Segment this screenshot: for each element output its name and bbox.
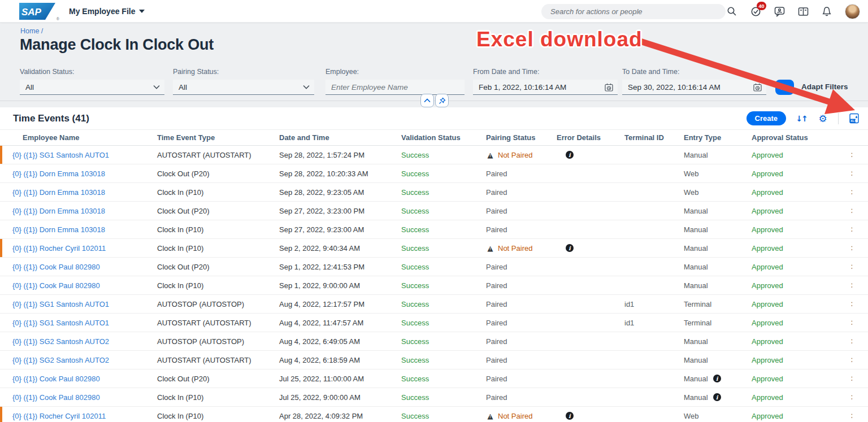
table-header-row: Employee Name Time Event Type Date and T… [0,130,868,146]
pin-header-button[interactable] [435,94,449,107]
date-time-cell: Sep 27, 2022, 3:23:00 PM [271,207,393,215]
page-title: Manage Clock In Clock Out [20,36,214,54]
employee-link[interactable]: {0} ({1}) Cook Paul 802980 [12,393,100,402]
info-icon[interactable]: i [713,393,721,401]
employee-link[interactable]: {0} ({1}) SG2 Santosh AUTO2 [12,337,109,346]
employee-link[interactable]: {0} ({1}) Dorn Emma 103018 [12,169,105,178]
approval-status-cell: Approved [744,244,843,253]
validation-status-cell: Success [393,225,478,234]
employee-link[interactable]: {0} ({1}) SG2 Santosh AUTO2 [12,356,109,364]
employee-label: Employee: [326,68,465,76]
time-event-type-cell: Clock Out (P20) [149,207,271,215]
validation-status-cell: Success [393,356,478,364]
date-time-cell: Sep 2, 2022, 9:40:34 AM [271,244,393,253]
row-delete-button[interactable]: ✕ [850,356,852,364]
validation-status-cell: Success [393,300,478,308]
table-row: {0} ({1}) SG1 Santosh AUTO1AUTOSTART (AU… [0,314,868,332]
settings-gear-icon[interactable]: ⚙ [817,112,829,125]
row-delete-button[interactable]: ✕ [850,263,852,271]
validation-status-cell: Success [393,412,478,420]
bell-icon[interactable] [821,6,832,17]
chevron-down-icon [303,85,310,89]
registered-mark: ® [57,17,59,21]
col-terminal-id: Terminal ID [617,133,676,142]
row-delete-button[interactable]: ✕ [850,169,852,178]
employee-link[interactable]: {0} ({1}) Rocher Cyril 102011 [12,244,106,253]
row-delete-button[interactable]: ✕ [850,188,852,197]
create-button[interactable]: Create [747,111,786,125]
time-event-type-cell: AUTOSTOP (AUTOSTOP) [149,337,271,346]
employee-link[interactable]: {0} ({1}) Cook Paul 802980 [12,281,100,290]
todo-check-icon[interactable]: 40 [750,6,761,17]
from-datetime-input[interactable]: Feb 1, 2022, 10:16:14 AM [473,80,618,95]
to-datetime-input[interactable]: Sep 30, 2022, 10:16:14 AM [622,80,766,95]
info-icon[interactable]: i [566,151,574,159]
employee-link[interactable]: {0} ({1}) Cook Paul 802980 [12,263,100,271]
employee-link[interactable]: {0} ({1}) SG1 Santosh AUTO1 [12,300,109,308]
time-event-type-cell: AUTOSTOP (AUTOSTOP) [149,300,271,308]
time-event-type-cell: Clock In (P10) [149,412,271,420]
row-delete-button[interactable]: ✕ [850,225,852,234]
time-event-type-cell: Clock Out (P20) [149,169,271,178]
row-actions-cell: ✕ [843,263,852,271]
companion-book-icon[interactable] [797,6,809,17]
pairing-status-label: Pairing Status: [173,68,314,76]
global-search-input[interactable] [541,4,726,19]
app-menu[interactable]: My Employee File [69,7,145,16]
validation-status-select[interactable]: All [20,80,164,95]
employee-link[interactable]: {0} ({1}) SG1 Santosh AUTO1 [12,319,109,327]
employee-name-cell: {0} ({1}) SG2 Santosh AUTO2 [0,356,149,364]
info-icon[interactable]: i [566,244,574,252]
row-delete-button[interactable]: ✕ [850,337,852,346]
pairing-status-select[interactable]: All [173,80,314,95]
pairing-status-cell: Paired [478,169,549,178]
error-details-cell: i [549,244,617,252]
row-delete-button[interactable]: ✕ [850,393,852,402]
employee-link[interactable]: {0} ({1}) SG1 Santosh AUTO1 [12,151,109,159]
employee-link[interactable]: {0} ({1}) Dorn Emma 103018 [12,188,105,197]
row-delete-button[interactable]: ✕ [850,207,852,215]
validation-status-cell: Success [393,244,478,253]
employee-link[interactable]: {0} ({1}) Rocher Cyril 102011 [12,412,106,420]
row-delete-button[interactable]: ✕ [850,281,852,290]
table-row: {0} ({1}) Cook Paul 802980Clock Out (P20… [0,369,868,388]
row-delete-button[interactable]: ✕ [850,151,852,159]
table-title: Time Events (41) [13,113,89,124]
error-details-cell: i [549,412,617,420]
time-event-type-cell: Clock Out (P20) [149,375,271,383]
info-icon[interactable]: i [713,375,721,382]
sort-icon[interactable]: ↓↑ [795,112,808,125]
excel-export-icon[interactable]: XLS [848,112,860,125]
employee-name-input[interactable] [326,80,465,95]
date-time-cell: Aug 4, 2022, 11:47:57 AM [271,319,393,327]
row-delete-button[interactable]: ✕ [850,375,852,383]
adapt-filters-link[interactable]: Adapt Filters [801,82,848,91]
search-icon[interactable] [726,6,737,17]
pairing-status-cell: Paired [478,375,549,383]
table-row: {0} ({1}) Cook Paul 802980Clock In (P10)… [0,388,868,407]
row-delete-button[interactable]: ✕ [850,300,852,308]
annotation-excel-download: Excel download [476,28,643,51]
approval-status-cell: Approved [744,375,843,383]
entry-type-cell: Manual [676,281,744,290]
filter-from-datetime: From Date and Time: Feb 1, 2022, 10:16:1… [473,68,618,95]
collapse-header-button[interactable] [420,94,434,107]
info-icon[interactable]: i [566,412,574,420]
col-date-and-time: Date and Time [271,133,393,142]
row-actions-cell: ✕ [843,207,852,215]
breadcrumb-home-link[interactable]: Home [20,27,39,35]
time-event-type-cell: Clock In (P10) [149,244,271,253]
row-delete-button[interactable]: ✕ [850,319,852,327]
row-delete-button[interactable]: ✕ [850,412,852,420]
user-avatar[interactable] [845,4,860,19]
employee-link[interactable]: {0} ({1}) Cook Paul 802980 [12,375,100,383]
go-button[interactable]: Go [775,80,794,95]
employee-link[interactable]: {0} ({1}) Dorn Emma 103018 [12,207,105,215]
row-delete-button[interactable]: ✕ [850,244,852,253]
sap-logo[interactable]: SAP ® [19,3,55,20]
row-actions-cell: ✕ [843,375,852,383]
employee-link[interactable]: {0} ({1}) Dorn Emma 103018 [12,225,105,234]
filter-validation-status: Validation Status: All [20,68,164,95]
support-chat-icon[interactable] [774,6,785,17]
filter-bar: Validation Status: All Pairing Status: A… [20,68,848,95]
